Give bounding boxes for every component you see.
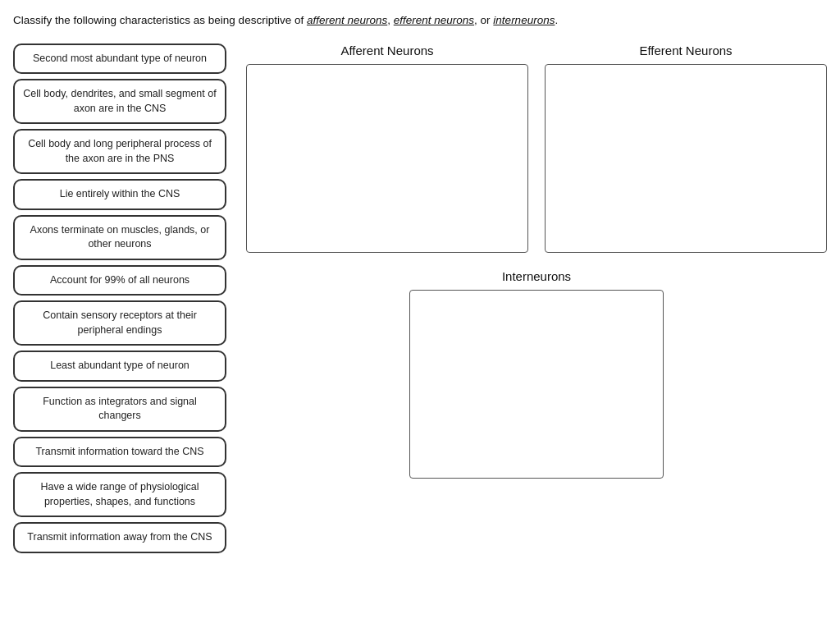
instructions: Classify the following characteristics a… [13, 13, 827, 29]
card-8[interactable]: Least abundant type of neuron [13, 351, 226, 382]
efferent-zone-container: Efferent Neurons [545, 44, 827, 253]
card-3[interactable]: Cell body and long peripheral process of… [13, 129, 226, 174]
card-10[interactable]: Transmit information toward the CNS [13, 437, 226, 468]
card-2[interactable]: Cell body, dendrites, and small segment … [13, 79, 226, 124]
card-12[interactable]: Transmit information away from the CNS [13, 522, 226, 553]
afferent-zone-container: Afferent Neurons [246, 44, 528, 253]
efferent-drop-box[interactable] [545, 64, 827, 253]
card-9[interactable]: Function as integrators and signal chang… [13, 387, 226, 432]
interneurons-drop-box[interactable] [409, 290, 664, 479]
card-1[interactable]: Second most abundant type of neuron [13, 44, 226, 75]
card-11[interactable]: Have a wide range of physiological prope… [13, 472, 226, 517]
card-7[interactable]: Contain sensory receptors at their perip… [13, 300, 226, 346]
efferent-label: Efferent Neurons [639, 44, 732, 57]
afferent-label: Afferent Neurons [340, 44, 433, 57]
interneurons-label: Interneurons [502, 269, 571, 283]
card-5[interactable]: Axons terminate on muscles, glands, or o… [13, 215, 226, 260]
interneurons-section: Interneurons [246, 269, 827, 479]
cards-column: Second most abundant type of neuronCell … [13, 44, 226, 553]
interneurons-link: interneurons [493, 14, 555, 26]
drop-zones: Afferent Neurons Efferent Neurons Intern… [246, 44, 827, 479]
main-layout: Second most abundant type of neuronCell … [13, 44, 827, 553]
top-zones: Afferent Neurons Efferent Neurons [246, 44, 827, 253]
efferent-link: efferent neurons [394, 14, 474, 26]
card-4[interactable]: Lie entirely within the CNS [13, 179, 226, 210]
afferent-link: afferent neurons [307, 14, 387, 26]
card-6[interactable]: Account for 99% of all neurons [13, 265, 226, 296]
afferent-drop-box[interactable] [246, 64, 528, 253]
